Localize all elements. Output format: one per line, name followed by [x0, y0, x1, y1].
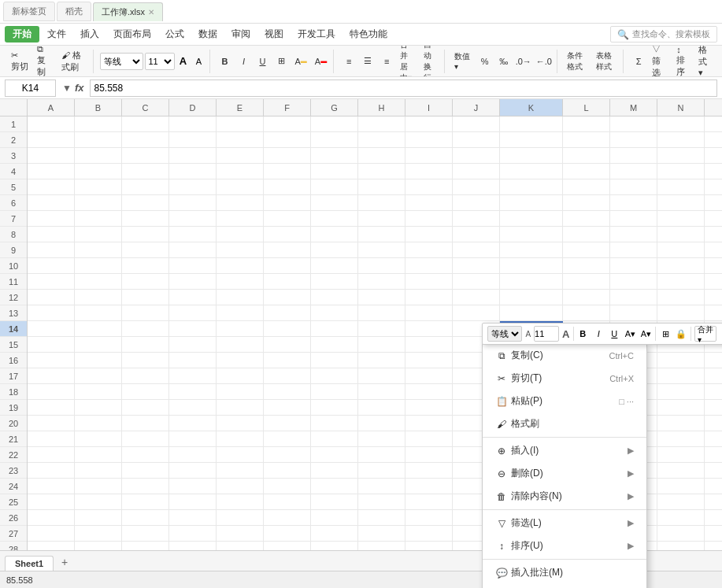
- start-button[interactable]: 开始: [5, 26, 39, 43]
- tab-close-icon[interactable]: ✕: [148, 8, 154, 17]
- row-num-26[interactable]: 26: [0, 510, 27, 526]
- cell-a1[interactable]: [28, 116, 75, 132]
- cell-b2[interactable]: [75, 132, 122, 148]
- cell-n1[interactable]: [657, 116, 705, 132]
- mini-font-size-input[interactable]: [534, 326, 559, 342]
- row-num-15[interactable]: 15: [0, 337, 27, 353]
- tab-newtab[interactable]: 新标签页: [3, 2, 55, 21]
- cell-c1[interactable]: [122, 116, 169, 132]
- cell-m2[interactable]: [610, 132, 657, 148]
- cell-g2[interactable]: [311, 132, 358, 148]
- font-size-select[interactable]: 11: [145, 53, 175, 70]
- col-header-g[interactable]: G: [311, 99, 358, 116]
- ctx-cut[interactable]: ✂ 剪切(T) Ctrl+X: [483, 367, 646, 390]
- mini-fill-color-button[interactable]: A▾: [624, 326, 636, 342]
- bold-button[interactable]: B: [217, 53, 234, 70]
- col-header-a[interactable]: A: [28, 99, 75, 116]
- merge-center-button[interactable]: 合并居中▾: [397, 53, 419, 70]
- tab-workbook[interactable]: 工作簿.xlsx ✕: [93, 2, 163, 21]
- format-button[interactable]: 格式▾: [695, 53, 714, 70]
- border-button[interactable]: ⊞: [273, 53, 291, 70]
- row-num-16[interactable]: 16: [0, 353, 27, 368]
- table-style-button[interactable]: 表格样式: [593, 53, 620, 70]
- menu-developer[interactable]: 开发工具: [291, 25, 342, 43]
- menu-data[interactable]: 数据: [192, 25, 224, 43]
- ctx-paste[interactable]: 📋 粘贴(P) □ ···: [483, 390, 646, 412]
- sheet-tab-sheet1[interactable]: Sheet1: [5, 556, 54, 571]
- row-num-23[interactable]: 23: [0, 463, 27, 479]
- cell-o2[interactable]: [705, 132, 722, 148]
- underline-button[interactable]: U: [254, 53, 272, 70]
- col-header-e[interactable]: E: [217, 99, 264, 116]
- sort-button[interactable]: ↕ 排序: [673, 53, 694, 70]
- wrap-text-button[interactable]: 自动换行: [420, 53, 441, 70]
- add-sheet-button[interactable]: +: [55, 553, 74, 571]
- cell-d2[interactable]: [169, 132, 217, 148]
- mini-border-button[interactable]: ⊞: [659, 326, 672, 342]
- align-left-button[interactable]: ≡: [340, 53, 357, 70]
- number-format-button[interactable]: 数值 ▾: [451, 53, 475, 70]
- italic-button[interactable]: I: [235, 53, 253, 70]
- row-num-18[interactable]: 18: [0, 384, 27, 400]
- row-num-2[interactable]: 2: [0, 132, 27, 148]
- copy-button[interactable]: ⧉ 复制: [34, 53, 57, 70]
- col-header-d[interactable]: D: [169, 99, 217, 116]
- cell-reference-input[interactable]: [5, 80, 56, 97]
- cell-n2[interactable]: [657, 132, 705, 148]
- row-num-22[interactable]: 22: [0, 447, 27, 463]
- filter-button[interactable]: ▽ 筛选: [649, 53, 672, 70]
- cell-e1[interactable]: [217, 116, 264, 132]
- thousands-button[interactable]: ‰: [495, 53, 513, 70]
- ctx-delete[interactable]: ⊖ 删除(D) ▶: [483, 462, 646, 485]
- menu-insert[interactable]: 插入: [74, 25, 106, 43]
- row-num-13[interactable]: 13: [0, 305, 27, 321]
- cell-f1[interactable]: [264, 116, 311, 132]
- cell-e2[interactable]: [217, 132, 264, 148]
- cell-h1[interactable]: [358, 116, 405, 132]
- cell-l1[interactable]: [563, 116, 610, 132]
- ctx-filter[interactable]: ▽ 筛选(L) ▶: [483, 512, 646, 534]
- cell-h2[interactable]: [358, 132, 405, 148]
- row-num-3[interactable]: 3: [0, 148, 27, 164]
- row-num-6[interactable]: 6: [0, 195, 27, 211]
- align-right-button[interactable]: ≡: [378, 53, 395, 70]
- mini-merge-button[interactable]: 合并▾: [694, 326, 716, 342]
- cell-g1[interactable]: [311, 116, 358, 132]
- ctx-sort[interactable]: ↕ 排序(U) ▶: [483, 534, 646, 557]
- row-num-5[interactable]: 5: [0, 179, 27, 195]
- col-header-b[interactable]: B: [75, 99, 122, 116]
- ctx-dropdown-select[interactable]: 从下拉列表中选择(K)...: [483, 584, 646, 588]
- cell-b1[interactable]: [75, 116, 122, 132]
- menu-page-layout[interactable]: 页面布局: [107, 25, 157, 43]
- row-num-27[interactable]: 27: [0, 526, 27, 542]
- decimal-decrease-button[interactable]: ←.0: [535, 53, 554, 70]
- cell-i1[interactable]: [405, 116, 453, 132]
- col-header-c[interactable]: C: [122, 99, 169, 116]
- row-num-4[interactable]: 4: [0, 164, 27, 179]
- ctx-copy[interactable]: ⧉ 复制(C) Ctrl+C: [483, 344, 646, 367]
- col-header-h[interactable]: H: [358, 99, 405, 116]
- format-painter-button[interactable]: 🖌 格式刷: [58, 53, 89, 70]
- row-num-21[interactable]: 21: [0, 431, 27, 447]
- conditional-format-button[interactable]: 条件格式: [564, 53, 591, 70]
- ctx-comment[interactable]: 💬 插入批注(M): [483, 561, 646, 584]
- row-num-9[interactable]: 9: [0, 242, 27, 258]
- menu-search[interactable]: 🔍 查找命令、搜索模板: [610, 26, 717, 43]
- ctx-insert[interactable]: ⊕ 插入(I) ▶: [483, 439, 646, 462]
- fill-color-button[interactable]: A▬: [292, 53, 310, 70]
- col-header-j[interactable]: J: [453, 99, 500, 116]
- align-center-button[interactable]: ☰: [359, 53, 376, 70]
- percent-button[interactable]: %: [476, 53, 494, 70]
- row-num-17[interactable]: 17: [0, 368, 27, 384]
- menu-view[interactable]: 视图: [258, 25, 290, 43]
- row-num-11[interactable]: 11: [0, 274, 27, 290]
- cell-l2[interactable]: [563, 132, 610, 148]
- row-num-28[interactable]: 28: [0, 542, 27, 550]
- row-num-24[interactable]: 24: [0, 479, 27, 494]
- col-header-o[interactable]: O: [705, 99, 722, 116]
- row-num-14[interactable]: 14: [0, 321, 27, 337]
- cell-k1[interactable]: [500, 116, 563, 132]
- ctx-format-painter[interactable]: 🖌 格式刷: [483, 412, 646, 435]
- cell-a2[interactable]: [28, 132, 75, 148]
- cell-c2[interactable]: [122, 132, 169, 148]
